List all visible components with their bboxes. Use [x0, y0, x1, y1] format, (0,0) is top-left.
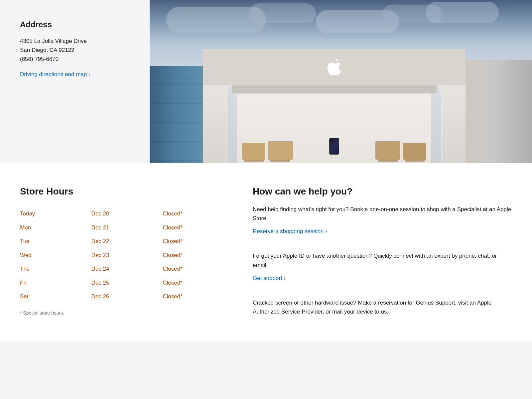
- building-center: [203, 49, 466, 163]
- support-text: Forgot your Apple ID or have another que…: [253, 251, 512, 269]
- day-cell: Tue: [20, 234, 91, 248]
- get-support-link[interactable]: Get support ›: [253, 275, 286, 282]
- status-cell: Closed*: [163, 207, 226, 221]
- today-row: TodayDec 20Closed*: [20, 207, 226, 221]
- day-cell: Wed: [20, 248, 91, 262]
- display-table: [403, 143, 426, 160]
- store-image: [150, 0, 532, 163]
- right-wing: [466, 60, 532, 163]
- display-table: [375, 141, 400, 160]
- date-cell: Dec 21: [91, 221, 163, 235]
- top-band: [203, 49, 466, 85]
- day-cell: Sat: [20, 290, 91, 304]
- ceiling-frame: [232, 85, 437, 93]
- display-table: [242, 143, 265, 160]
- day-cell: Fri: [20, 276, 91, 290]
- help-section-hardware: Cracked screen or other hardware issue? …: [253, 298, 512, 316]
- help-heading: How can we help you?: [253, 186, 512, 197]
- address-block: 4305 La Jolla Village Drive San Diego, C…: [20, 37, 130, 64]
- status-cell: Closed*: [163, 221, 226, 235]
- status-cell: Closed*: [163, 234, 226, 248]
- hours-row: MonDec 21Closed*: [20, 221, 226, 235]
- help-section-shopping: Need help finding what's right for you? …: [253, 205, 512, 248]
- hours-row: FriDec 25Closed*: [20, 276, 226, 290]
- address-line1: 4305 La Jolla Village Drive: [20, 37, 130, 46]
- top-section: Address 4305 La Jolla Village Drive San …: [0, 0, 532, 163]
- address-heading: Address: [20, 20, 130, 29]
- store-facade: [203, 85, 466, 163]
- status-cell: Closed*: [163, 248, 226, 262]
- bottom-section: Store Hours TodayDec 20Closed*MonDec 21C…: [0, 163, 532, 341]
- hours-row: SatDec 26Closed*: [20, 290, 226, 304]
- status-cell: Closed*: [163, 276, 226, 290]
- day-cell: Thu: [20, 262, 91, 276]
- address-panel: Address 4305 La Jolla Village Drive San …: [0, 0, 150, 163]
- display-table: [268, 141, 293, 160]
- hours-table: TodayDec 20Closed*MonDec 21Closed*TueDec…: [20, 207, 226, 304]
- date-cell: Dec 22: [91, 234, 163, 248]
- shopping-text: Need help finding what's right for you? …: [253, 205, 512, 223]
- help-section-support: Forgot your Apple ID or have another que…: [253, 251, 512, 295]
- address-line2: San Diego, CA 92122: [20, 46, 130, 55]
- store-hours-panel: Store Hours TodayDec 20Closed*MonDec 21C…: [20, 186, 226, 322]
- date-cell: Dec 24: [91, 262, 163, 276]
- central-display-device: [329, 138, 339, 155]
- status-cell: Closed*: [163, 262, 226, 276]
- directions-link[interactable]: Driving directions and map ›: [20, 71, 90, 77]
- date-cell: Dec 23: [91, 248, 163, 262]
- address-phone: (858) 795-6870: [20, 55, 130, 64]
- help-panel: How can we help you? Need help finding w…: [253, 186, 512, 322]
- day-cell: Today: [20, 207, 91, 221]
- store-building: [150, 49, 532, 163]
- store-interior: [237, 94, 432, 163]
- left-wing: [150, 66, 203, 163]
- apple-logo: [324, 57, 344, 77]
- date-cell: Dec 26: [91, 290, 163, 304]
- special-note: * Special store hours.: [20, 310, 226, 316]
- store-hours-heading: Store Hours: [20, 186, 226, 197]
- date-cell: Dec 20: [91, 207, 163, 221]
- status-cell: Closed*: [163, 290, 226, 304]
- hours-row: ThuDec 24Closed*: [20, 262, 226, 276]
- hours-row: TueDec 22Closed*: [20, 234, 226, 248]
- reserve-session-link[interactable]: Reserve a shopping session ›: [253, 228, 327, 235]
- date-cell: Dec 25: [91, 276, 163, 290]
- hours-row: WedDec 23Closed*: [20, 248, 226, 262]
- hardware-text: Cracked screen or other hardware issue? …: [253, 298, 512, 316]
- day-cell: Mon: [20, 221, 91, 235]
